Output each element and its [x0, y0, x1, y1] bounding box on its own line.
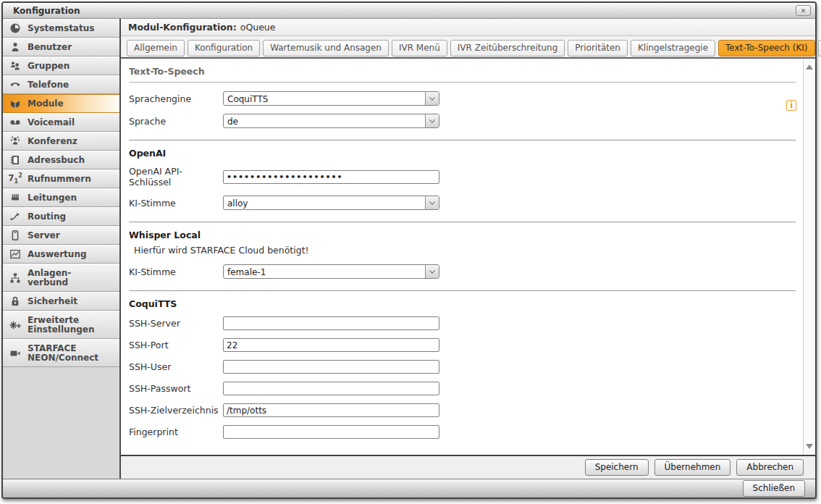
sidebar-item-label: Gruppen	[28, 62, 70, 71]
chevron-down-icon[interactable]	[425, 196, 439, 209]
field-label: SSH-Server	[129, 318, 223, 329]
chevron-down-icon[interactable]	[425, 265, 439, 278]
sidebar-item-telefone[interactable]: Telefone	[3, 75, 119, 94]
field-label: SSH-User	[129, 361, 223, 372]
sidebar-item-label: Module	[28, 99, 64, 109]
section-title-openai: OpenAI	[129, 148, 796, 159]
sidebar-item-starface-neon-connect[interactable]: STARFACENEON/Connect	[3, 339, 119, 367]
tab-content-scroll-area: Text-To-SpeechSprachengineCoquiTTSSprach…	[121, 59, 815, 455]
sidebar-item-systemstatus[interactable]: Systemstatus	[3, 19, 119, 38]
advanced-settings-icon	[3, 319, 28, 331]
sidebar-item-benutzer[interactable]: Benutzer	[3, 38, 119, 56]
section-note: Hierfür wird STARFACE Cloud benötigt!	[134, 245, 796, 256]
scroll-up-icon[interactable]	[806, 64, 813, 70]
tab-ivr-zeit-berschreitung[interactable]: IVR Zeitüberschreitung	[450, 40, 565, 56]
field-label: SSH-Passwort	[129, 383, 223, 394]
field-label: Sprache	[129, 116, 223, 127]
select-value: CoquiTTS	[224, 92, 425, 105]
tab-hilfe[interactable]: Hilfe	[818, 40, 821, 56]
scroll-down-icon[interactable]	[806, 444, 813, 449]
window-close-button[interactable]: ✕	[796, 5, 811, 16]
sidebar-item-gruppen[interactable]: Gruppen	[3, 56, 119, 75]
section-title-whisper-local: Whisper Local	[129, 230, 796, 240]
sidebar-item-module[interactable]: Module	[3, 94, 119, 113]
ssh-zielverzeichnis-input[interactable]	[223, 403, 439, 417]
tab-text-to-speech-ki[interactable]: Text-To-Speech (KI)	[718, 40, 814, 56]
field-label: SSH-Port	[129, 340, 223, 350]
form-row: SSH-Zielverzeichnis	[129, 403, 796, 417]
form-row: SSH-Passwort	[129, 382, 796, 395]
select-value: alloy	[224, 196, 425, 209]
sidebar-item-auswertung[interactable]: Auswertung	[3, 245, 119, 264]
field-label: Sprachengine	[129, 93, 223, 104]
module-header-value: oQueue	[240, 22, 276, 33]
ssh-server-input[interactable]	[223, 316, 439, 330]
conference-icon	[3, 135, 28, 147]
sidebar-item-konferenz[interactable]: Konferenz	[3, 132, 119, 151]
info-icon[interactable]: i	[786, 100, 796, 111]
sidebar-item-anlagenverbund[interactable]: Anlagen-verbund	[3, 264, 119, 292]
chevron-down-icon[interactable]	[425, 92, 439, 105]
fingerprint-input[interactable]	[223, 425, 439, 439]
sidebar-item-adressbuch[interactable]: Adressbuch	[3, 151, 119, 169]
tab-konfiguration[interactable]: Konfiguration	[188, 40, 260, 56]
chart-icon	[3, 248, 28, 260]
form-row: SSH-Server	[129, 316, 796, 330]
window-title: Konfiguration	[13, 6, 796, 16]
tab-priorit-ten[interactable]: Prioritäten	[568, 40, 628, 56]
close-window-button[interactable]: Schließen	[743, 480, 805, 497]
sidebar-item-server[interactable]: Server	[3, 226, 119, 245]
server-icon	[3, 230, 28, 241]
sprachengine-select[interactable]: CoquiTTS	[223, 91, 439, 106]
sidebar-item-rufnummern[interactable]: 712Rufnummern	[3, 169, 119, 188]
scrollbar[interactable]	[803, 59, 815, 455]
configuration-window: Konfiguration ✕ SystemstatusBenutzerGrup…	[1, 1, 817, 499]
chevron-down-icon[interactable]	[425, 114, 439, 127]
openai-api-schl-ssel-input[interactable]	[223, 170, 439, 184]
apply-button[interactable]: Übernehmen	[654, 459, 731, 476]
tab-allgemein[interactable]: Allgemein	[127, 40, 185, 56]
field-label: OpenAI API-Schlüssel	[129, 166, 223, 188]
tab-ivr-men[interactable]: IVR Menü	[392, 40, 447, 56]
tab-bar: AllgemeinKonfigurationWartemusik und Ans…	[121, 36, 815, 59]
field-label: KI-Stimme	[129, 266, 223, 277]
sidebar-item-leitungen[interactable]: Leitungen	[3, 188, 119, 207]
tab-klingelstragegie[interactable]: Klingelstragegie	[631, 40, 715, 56]
sprache-select[interactable]: de	[223, 114, 439, 128]
camera-icon	[3, 348, 28, 359]
form-row: SprachengineCoquiTTS	[129, 91, 796, 106]
sidebar-item-label: ErweiterteEinstellungen	[28, 316, 94, 335]
module-panel: Modul-Konfiguration: oQueue AllgemeinKon…	[121, 19, 815, 479]
form-row: Fingerprint	[129, 425, 796, 439]
ki-stimme-select[interactable]: alloy	[223, 196, 439, 210]
form-row: KI-Stimmefemale-1	[129, 264, 796, 279]
form-row: Sprachede	[129, 114, 796, 128]
sidebar-item-voicemail[interactable]: Voicemail	[3, 113, 119, 132]
form-row: KI-Stimmealloy	[129, 196, 796, 210]
title-bar: Konfiguration ✕	[3, 3, 815, 19]
sidebar-item-label: Benutzer	[28, 43, 72, 52]
routing-icon	[3, 211, 28, 222]
sidebar-item-label: Telefone	[28, 80, 69, 90]
tab-wartemusik-und-ansagen[interactable]: Wartemusik und Ansagen	[263, 40, 389, 56]
sidebar-item-label: Voicemail	[28, 118, 75, 127]
groups-icon	[3, 60, 28, 72]
form-row: OpenAI API-Schlüssel	[129, 166, 796, 188]
lines-icon	[3, 192, 28, 203]
system-status-icon	[3, 22, 28, 34]
cancel-button[interactable]: Abbrechen	[736, 459, 804, 476]
modules-cube-icon	[3, 98, 28, 109]
lock-icon	[3, 295, 28, 307]
save-button[interactable]: Speichern	[585, 459, 649, 476]
sidebar-item-erweiterte-einstellungen[interactable]: ErweiterteEinstellungen	[3, 311, 119, 339]
sidebar-item-routing[interactable]: Routing	[3, 207, 119, 226]
ssh-port-input[interactable]	[223, 338, 439, 352]
sidebar: SystemstatusBenutzerGruppenTelefoneModul…	[3, 19, 121, 479]
ki-stimme-select[interactable]: female-1	[223, 264, 439, 279]
sidebar-item-label: Auswertung	[28, 250, 87, 259]
addressbook-icon	[3, 154, 28, 166]
ssh-passwort-input[interactable]	[223, 382, 439, 395]
field-label: KI-Stimme	[129, 198, 223, 209]
sidebar-item-sicherheit[interactable]: Sicherheit	[3, 292, 119, 311]
ssh-user-input[interactable]	[223, 360, 439, 374]
